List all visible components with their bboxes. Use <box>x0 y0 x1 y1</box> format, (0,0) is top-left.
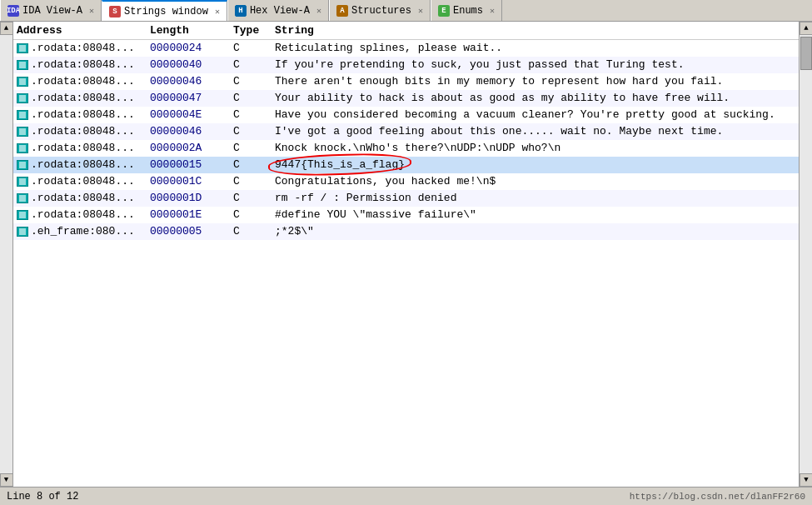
cell-string-0: Reticulating splines, please wait.. <box>271 41 799 55</box>
tab-strings[interactable]: SStrings window✕ <box>102 0 227 21</box>
col-header-address: Address <box>13 23 147 38</box>
cell-string-3: Your ability to hack is about as good as… <box>271 91 799 105</box>
cell-length-7: 00000015 <box>147 158 230 172</box>
scroll-up-arrow[interactable]: ▲ <box>0 22 13 35</box>
col-header-string: String <box>271 23 799 38</box>
tab-hex-view[interactable]: HHex View-A✕ <box>227 0 329 21</box>
cell-length-2: 00000046 <box>147 74 230 88</box>
tab-enums[interactable]: EEnums✕ <box>431 0 502 21</box>
status-line-info: Line 8 of 12 <box>7 491 78 502</box>
address-text: .rodata:08048... <box>31 192 135 204</box>
v-scroll-thumb[interactable] <box>800 37 812 70</box>
table-row[interactable]: .rodata:08048...0000001DCrm -rf / : Perm… <box>13 190 799 207</box>
cell-type-11: C <box>230 224 271 238</box>
row-icon <box>17 60 28 70</box>
row-icon <box>17 43 28 53</box>
cell-address-1: .rodata:08048... <box>13 58 147 72</box>
ida-view-tab-close[interactable]: ✕ <box>89 6 94 16</box>
strings-tab-close[interactable]: ✕ <box>215 7 220 17</box>
row-icon <box>17 77 28 87</box>
address-text: .eh_frame:080... <box>31 225 135 238</box>
v-scroll-down[interactable]: ▼ <box>800 473 812 487</box>
cell-string-6: Knock knock.\nWho's there?\nUDP:\nUDP wh… <box>271 141 799 155</box>
row-icon <box>17 160 28 170</box>
cell-string-11: ;*2$\" <box>271 224 799 238</box>
cell-type-1: C <box>230 58 271 72</box>
cell-length-0: 00000024 <box>147 41 230 55</box>
strings-tab-icon: S <box>109 6 121 18</box>
table-row[interactable]: .rodata:08048...00000046CI've got a good… <box>13 123 799 140</box>
table-row[interactable]: .rodata:08048...00000015C9447{This_is_a_… <box>13 157 799 173</box>
address-text: .rodata:08048... <box>31 42 135 54</box>
cell-address-6: .rodata:08048... <box>13 141 147 155</box>
cell-length-8: 0000001C <box>147 174 230 188</box>
table-row[interactable]: .eh_frame:080...00000005C;*2$\" <box>13 223 799 240</box>
row-icon <box>17 193 28 203</box>
flag-string: 9447{This_is_a_flag} <box>275 158 405 171</box>
table-row[interactable]: .rodata:08048...0000001CCCongratulations… <box>13 173 799 190</box>
tab-structures[interactable]: AStructures✕ <box>329 0 431 21</box>
cell-string-1: If you're pretending to suck, you just p… <box>271 58 799 72</box>
cell-string-8: Congratulations, you hacked me!\n$ <box>271 174 799 188</box>
cell-address-4: .rodata:08048... <box>13 108 147 122</box>
table-row[interactable]: .rodata:08048...00000047CYour ability to… <box>13 90 799 107</box>
tab-ida-view[interactable]: IDAIDA View-A✕ <box>0 0 102 21</box>
row-icon <box>17 93 28 103</box>
cell-address-11: .eh_frame:080... <box>13 224 147 238</box>
structures-tab-close[interactable]: ✕ <box>418 6 423 16</box>
table-row[interactable]: .rodata:08048...0000001EC#define YOU \"m… <box>13 207 799 223</box>
cell-type-3: C <box>230 91 271 105</box>
cell-type-6: C <box>230 141 271 155</box>
cell-length-4: 0000004E <box>147 108 230 122</box>
cell-string-7: 9447{This_is_a_flag} <box>271 158 799 172</box>
address-text: .rodata:08048... <box>31 58 135 71</box>
structures-tab-icon: A <box>336 5 348 17</box>
table-row[interactable]: .rodata:08048...0000004ECHave you consid… <box>13 107 799 123</box>
col-header-length: Length <box>147 23 230 38</box>
table-row[interactable]: .rodata:08048...00000040CIf you're prete… <box>13 57 799 73</box>
cell-length-9: 0000001D <box>147 191 230 205</box>
row-icon <box>17 127 28 137</box>
table-row[interactable]: .rodata:08048...00000046CThere aren't en… <box>13 73 799 90</box>
v-scrollbar: ▲ ▼ <box>799 22 812 487</box>
address-text: .rodata:08048... <box>31 142 135 154</box>
cell-address-2: .rodata:08048... <box>13 74 147 88</box>
address-text: .rodata:08048... <box>31 158 135 171</box>
cell-address-10: .rodata:08048... <box>13 208 147 222</box>
address-text: .rodata:08048... <box>31 125 135 138</box>
cell-type-0: C <box>230 41 271 55</box>
cell-type-9: C <box>230 191 271 205</box>
hex-view-tab-label: Hex View-A <box>250 5 310 17</box>
col-header-type: Type <box>230 23 271 38</box>
address-text: .rodata:08048... <box>31 92 135 104</box>
table-body: .rodata:08048...00000024CReticulating sp… <box>13 40 799 487</box>
cell-length-10: 0000001E <box>147 208 230 222</box>
row-icon <box>17 110 28 120</box>
address-text: .rodata:08048... <box>31 75 135 88</box>
cell-length-3: 00000047 <box>147 91 230 105</box>
cell-type-7: C <box>230 158 271 172</box>
enums-tab-close[interactable]: ✕ <box>490 6 495 16</box>
address-text: .rodata:08048... <box>31 208 135 221</box>
cell-address-8: .rodata:08048... <box>13 174 147 188</box>
cell-type-5: C <box>230 124 271 138</box>
address-text: .rodata:08048... <box>31 108 135 121</box>
hex-view-tab-close[interactable]: ✕ <box>316 6 321 16</box>
v-scroll-up[interactable]: ▲ <box>800 22 812 35</box>
table-row[interactable]: .rodata:08048...0000002ACKnock knock.\nW… <box>13 140 799 157</box>
cell-type-2: C <box>230 74 271 88</box>
cell-length-1: 00000040 <box>147 58 230 72</box>
cell-length-6: 0000002A <box>147 141 230 155</box>
row-icon <box>17 143 28 153</box>
table-container: Address Length Type String .rodata:08048… <box>13 22 799 487</box>
cell-string-4: Have you considered becoming a vacuum cl… <box>271 108 799 122</box>
cell-length-11: 00000005 <box>147 224 230 238</box>
hex-view-tab-icon: H <box>235 5 247 17</box>
cell-string-2: There aren't enough bits in my memory to… <box>271 74 799 88</box>
table-header: Address Length Type String <box>13 22 799 40</box>
table-row[interactable]: .rodata:08048...00000024CReticulating sp… <box>13 40 799 57</box>
scroll-down-arrow[interactable]: ▼ <box>0 473 13 487</box>
cell-address-7: .rodata:08048... <box>13 158 147 172</box>
status-bar: Line 8 of 12 https://blog.csdn.net/dlanF… <box>0 487 812 505</box>
v-scroll-track <box>800 35 812 473</box>
